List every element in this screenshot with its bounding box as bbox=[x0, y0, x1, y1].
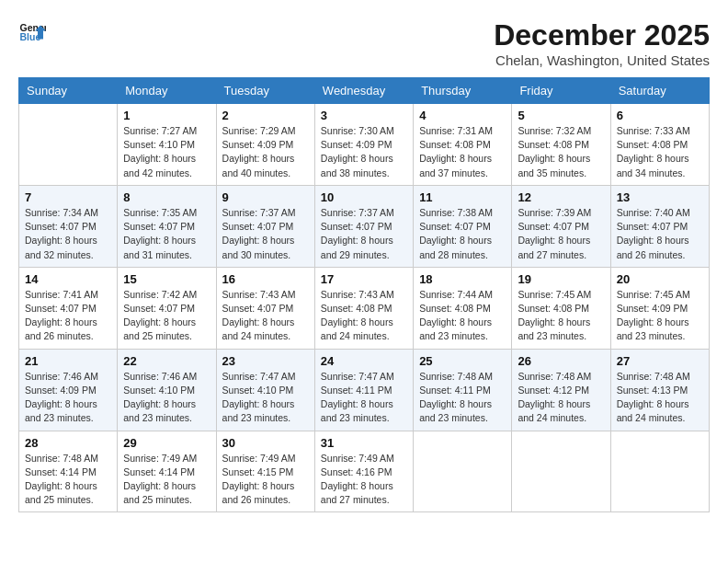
day-number: 11 bbox=[419, 190, 506, 204]
day-cell: 16Sunrise: 7:43 AM Sunset: 4:07 PM Dayli… bbox=[216, 267, 314, 349]
day-cell: 15Sunrise: 7:42 AM Sunset: 4:07 PM Dayli… bbox=[118, 267, 216, 349]
day-cell: 18Sunrise: 7:44 AM Sunset: 4:08 PM Dayli… bbox=[414, 267, 512, 349]
day-cell: 24Sunrise: 7:47 AM Sunset: 4:11 PM Dayli… bbox=[314, 349, 413, 431]
day-number: 3 bbox=[321, 109, 407, 122]
day-number: 6 bbox=[617, 109, 703, 122]
day-number: 24 bbox=[321, 354, 407, 368]
day-cell: 26Sunrise: 7:48 AM Sunset: 4:12 PM Dayli… bbox=[512, 349, 610, 431]
day-info: Sunrise: 7:49 AM Sunset: 4:16 PM Dayligh… bbox=[321, 452, 407, 508]
header-row: SundayMondayTuesdayWednesdayThursdayFrid… bbox=[19, 78, 710, 104]
day-info: Sunrise: 7:30 AM Sunset: 4:09 PM Dayligh… bbox=[321, 124, 407, 180]
day-cell: 14Sunrise: 7:41 AM Sunset: 4:07 PM Dayli… bbox=[19, 267, 118, 349]
day-number: 8 bbox=[123, 190, 210, 204]
day-info: Sunrise: 7:46 AM Sunset: 4:09 PM Dayligh… bbox=[25, 370, 111, 426]
day-cell: 7Sunrise: 7:34 AM Sunset: 4:07 PM Daylig… bbox=[19, 185, 118, 267]
day-number: 16 bbox=[222, 272, 309, 286]
day-cell: 27Sunrise: 7:48 AM Sunset: 4:13 PM Dayli… bbox=[610, 349, 709, 431]
day-cell: 31Sunrise: 7:49 AM Sunset: 4:16 PM Dayli… bbox=[314, 431, 413, 512]
week-row-1: 7Sunrise: 7:34 AM Sunset: 4:07 PM Daylig… bbox=[19, 185, 710, 267]
day-cell: 29Sunrise: 7:49 AM Sunset: 4:14 PM Dayli… bbox=[118, 431, 216, 512]
col-header-wednesday: Wednesday bbox=[314, 78, 413, 104]
title-area: December 2025 Chelan, Washington, United… bbox=[494, 18, 710, 68]
day-cell: 21Sunrise: 7:46 AM Sunset: 4:09 PM Dayli… bbox=[19, 349, 118, 431]
day-cell: 12Sunrise: 7:39 AM Sunset: 4:07 PM Dayli… bbox=[512, 185, 610, 267]
day-number: 14 bbox=[25, 272, 111, 286]
day-number: 29 bbox=[123, 436, 210, 450]
day-number: 12 bbox=[518, 190, 604, 204]
day-info: Sunrise: 7:48 AM Sunset: 4:11 PM Dayligh… bbox=[419, 370, 506, 426]
col-header-friday: Friday bbox=[512, 78, 610, 104]
week-row-0: 1Sunrise: 7:27 AM Sunset: 4:10 PM Daylig… bbox=[19, 104, 710, 186]
col-header-thursday: Thursday bbox=[414, 78, 512, 104]
day-cell: 6Sunrise: 7:33 AM Sunset: 4:08 PM Daylig… bbox=[610, 104, 709, 186]
day-cell: 10Sunrise: 7:37 AM Sunset: 4:07 PM Dayli… bbox=[314, 185, 413, 267]
day-number: 23 bbox=[222, 354, 309, 368]
day-number: 7 bbox=[25, 190, 111, 204]
day-info: Sunrise: 7:47 AM Sunset: 4:10 PM Dayligh… bbox=[222, 370, 309, 426]
day-info: Sunrise: 7:35 AM Sunset: 4:07 PM Dayligh… bbox=[123, 206, 210, 262]
day-info: Sunrise: 7:43 AM Sunset: 4:08 PM Dayligh… bbox=[321, 288, 407, 344]
day-info: Sunrise: 7:32 AM Sunset: 4:08 PM Dayligh… bbox=[518, 124, 604, 180]
day-info: Sunrise: 7:49 AM Sunset: 4:14 PM Dayligh… bbox=[123, 452, 210, 508]
day-number: 4 bbox=[419, 109, 506, 122]
day-number: 31 bbox=[321, 436, 407, 450]
day-number: 20 bbox=[617, 272, 703, 286]
day-cell bbox=[414, 431, 512, 512]
day-cell: 8Sunrise: 7:35 AM Sunset: 4:07 PM Daylig… bbox=[118, 185, 216, 267]
day-info: Sunrise: 7:48 AM Sunset: 4:12 PM Dayligh… bbox=[518, 370, 604, 426]
day-info: Sunrise: 7:37 AM Sunset: 4:07 PM Dayligh… bbox=[321, 206, 407, 262]
col-header-saturday: Saturday bbox=[610, 78, 709, 104]
day-cell bbox=[610, 431, 709, 512]
day-cell: 4Sunrise: 7:31 AM Sunset: 4:08 PM Daylig… bbox=[414, 104, 512, 186]
day-cell: 9Sunrise: 7:37 AM Sunset: 4:07 PM Daylig… bbox=[216, 185, 314, 267]
day-info: Sunrise: 7:27 AM Sunset: 4:10 PM Dayligh… bbox=[123, 124, 210, 180]
day-cell: 22Sunrise: 7:46 AM Sunset: 4:10 PM Dayli… bbox=[118, 349, 216, 431]
day-number: 22 bbox=[123, 354, 210, 368]
day-cell: 30Sunrise: 7:49 AM Sunset: 4:15 PM Dayli… bbox=[216, 431, 314, 512]
logo: General Blue bbox=[18, 18, 46, 46]
day-cell: 28Sunrise: 7:48 AM Sunset: 4:14 PM Dayli… bbox=[19, 431, 118, 512]
day-number: 19 bbox=[518, 272, 604, 286]
day-cell: 17Sunrise: 7:43 AM Sunset: 4:08 PM Dayli… bbox=[314, 267, 413, 349]
day-info: Sunrise: 7:42 AM Sunset: 4:07 PM Dayligh… bbox=[123, 288, 210, 344]
day-info: Sunrise: 7:39 AM Sunset: 4:07 PM Dayligh… bbox=[518, 206, 604, 262]
day-number: 25 bbox=[419, 354, 506, 368]
day-info: Sunrise: 7:47 AM Sunset: 4:11 PM Dayligh… bbox=[321, 370, 407, 426]
day-info: Sunrise: 7:31 AM Sunset: 4:08 PM Dayligh… bbox=[419, 124, 506, 180]
col-header-sunday: Sunday bbox=[19, 78, 118, 104]
day-info: Sunrise: 7:48 AM Sunset: 4:13 PM Dayligh… bbox=[617, 370, 703, 426]
week-row-4: 28Sunrise: 7:48 AM Sunset: 4:14 PM Dayli… bbox=[19, 431, 710, 512]
day-number: 27 bbox=[617, 354, 703, 368]
day-info: Sunrise: 7:41 AM Sunset: 4:07 PM Dayligh… bbox=[25, 288, 111, 344]
week-row-2: 14Sunrise: 7:41 AM Sunset: 4:07 PM Dayli… bbox=[19, 267, 710, 349]
day-number: 21 bbox=[25, 354, 111, 368]
day-cell: 2Sunrise: 7:29 AM Sunset: 4:09 PM Daylig… bbox=[216, 104, 314, 186]
day-info: Sunrise: 7:48 AM Sunset: 4:14 PM Dayligh… bbox=[25, 452, 111, 508]
day-cell: 11Sunrise: 7:38 AM Sunset: 4:07 PM Dayli… bbox=[414, 185, 512, 267]
day-number: 1 bbox=[123, 109, 210, 122]
day-number: 28 bbox=[25, 436, 111, 450]
day-number: 2 bbox=[222, 109, 309, 122]
day-number: 18 bbox=[419, 272, 506, 286]
day-number: 13 bbox=[617, 190, 703, 204]
day-number: 30 bbox=[222, 436, 309, 450]
day-info: Sunrise: 7:49 AM Sunset: 4:15 PM Dayligh… bbox=[222, 452, 309, 508]
svg-text:Blue: Blue bbox=[20, 31, 41, 42]
day-info: Sunrise: 7:37 AM Sunset: 4:07 PM Dayligh… bbox=[222, 206, 309, 262]
day-cell: 23Sunrise: 7:47 AM Sunset: 4:10 PM Dayli… bbox=[216, 349, 314, 431]
day-info: Sunrise: 7:43 AM Sunset: 4:07 PM Dayligh… bbox=[222, 288, 309, 344]
month-title: December 2025 bbox=[494, 18, 710, 52]
day-cell: 5Sunrise: 7:32 AM Sunset: 4:08 PM Daylig… bbox=[512, 104, 610, 186]
day-number: 17 bbox=[321, 272, 407, 286]
week-row-3: 21Sunrise: 7:46 AM Sunset: 4:09 PM Dayli… bbox=[19, 349, 710, 431]
day-info: Sunrise: 7:44 AM Sunset: 4:08 PM Dayligh… bbox=[419, 288, 506, 344]
day-cell: 13Sunrise: 7:40 AM Sunset: 4:07 PM Dayli… bbox=[610, 185, 709, 267]
day-info: Sunrise: 7:33 AM Sunset: 4:08 PM Dayligh… bbox=[617, 124, 703, 180]
day-info: Sunrise: 7:46 AM Sunset: 4:10 PM Dayligh… bbox=[123, 370, 210, 426]
day-info: Sunrise: 7:40 AM Sunset: 4:07 PM Dayligh… bbox=[617, 206, 703, 262]
day-cell bbox=[19, 104, 118, 186]
day-cell: 20Sunrise: 7:45 AM Sunset: 4:09 PM Dayli… bbox=[610, 267, 709, 349]
location: Chelan, Washington, United States bbox=[494, 52, 710, 68]
day-cell: 19Sunrise: 7:45 AM Sunset: 4:08 PM Dayli… bbox=[512, 267, 610, 349]
day-info: Sunrise: 7:34 AM Sunset: 4:07 PM Dayligh… bbox=[25, 206, 111, 262]
